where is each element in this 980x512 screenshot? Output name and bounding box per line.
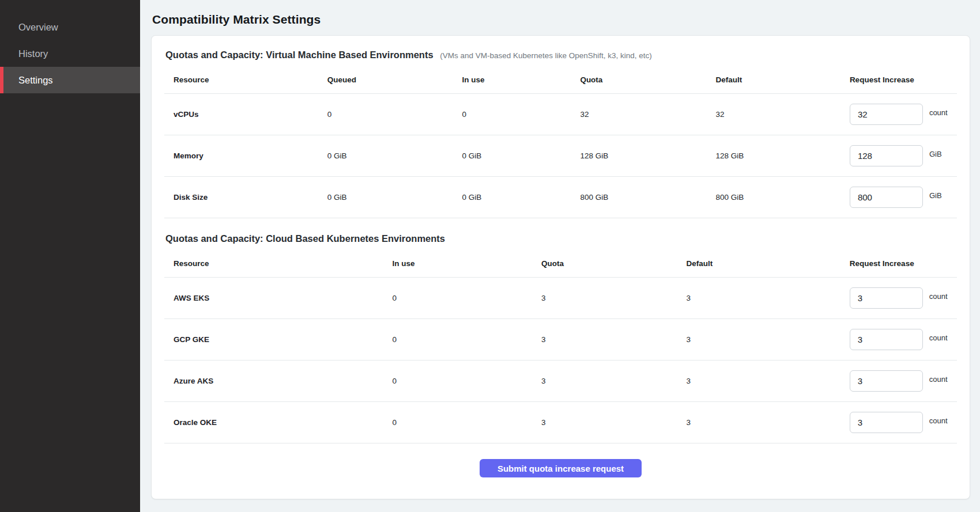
in-use-value: 0 <box>383 402 532 443</box>
quota-value: 3 <box>532 319 677 361</box>
section-cloud-kubernetes: Quotas and Capacity: Cloud Based Kuberne… <box>164 233 957 443</box>
column-header-quota: Quota <box>571 63 706 94</box>
aws-eks-request-input[interactable] <box>850 287 923 309</box>
resource-name: Disk Size <box>164 177 318 218</box>
column-header-in-use: In use <box>453 63 571 94</box>
page-title: Compatibility Matrix Settings <box>152 13 970 26</box>
default-value: 32 <box>707 94 840 135</box>
column-header-resource: Resource <box>164 63 318 94</box>
in-use-value: 0 GiB <box>453 135 571 177</box>
table-row-disk-size: Disk Size 0 GiB 0 GiB 800 GiB 800 GiB Gi… <box>164 177 957 218</box>
table-row-gcp-gke: GCP GKE 0 3 3 count <box>164 319 957 361</box>
sidebar: Overview History Settings <box>0 0 140 512</box>
table-row-azure-aks: Azure AKS 0 3 3 count <box>164 361 957 402</box>
sidebar-item-label: Overview <box>18 22 58 32</box>
quota-value: 3 <box>532 402 677 443</box>
table-row-aws-eks: AWS EKS 0 3 3 count <box>164 278 957 319</box>
resource-name: Memory <box>164 135 318 177</box>
active-indicator <box>0 67 3 93</box>
column-header-queued: Queued <box>318 63 453 94</box>
unit-label: count <box>929 375 948 384</box>
in-use-value: 0 <box>383 361 532 402</box>
column-header-request-increase: Request Increase <box>840 246 957 278</box>
default-value: 3 <box>677 319 840 361</box>
in-use-value: 0 <box>383 278 532 319</box>
sidebar-item-overview[interactable]: Overview <box>0 14 140 40</box>
section-title-text: Quotas and Capacity: Cloud Based Kuberne… <box>165 233 445 244</box>
request-increase-cell: count <box>840 402 957 443</box>
quotas-card: Quotas and Capacity: Virtual Machine Bas… <box>151 35 970 499</box>
unit-label: count <box>929 333 948 342</box>
default-value: 800 GiB <box>707 177 840 218</box>
sidebar-item-history[interactable]: History <box>0 40 140 67</box>
column-header-default: Default <box>677 246 840 278</box>
section-vm-environments: Quotas and Capacity: Virtual Machine Bas… <box>164 50 957 218</box>
request-increase-cell: count <box>840 278 957 319</box>
queued-value: 0 GiB <box>318 135 453 177</box>
request-increase-cell: count <box>840 361 957 402</box>
default-value: 3 <box>677 361 840 402</box>
unit-label: count <box>929 108 948 117</box>
resource-name: Azure AKS <box>164 361 383 402</box>
queued-value: 0 <box>318 94 453 135</box>
default-value: 3 <box>677 402 840 443</box>
unit-label: count <box>929 292 948 301</box>
section-title-text: Quotas and Capacity: Virtual Machine Bas… <box>165 50 434 60</box>
sidebar-item-label: History <box>18 48 48 59</box>
request-increase-cell: count <box>840 94 957 135</box>
resource-name: Oracle OKE <box>164 402 383 443</box>
in-use-value: 0 <box>453 94 571 135</box>
column-header-request-increase: Request Increase <box>840 63 957 94</box>
quota-value: 32 <box>571 94 706 135</box>
in-use-value: 0 <box>383 319 532 361</box>
main-content: Compatibility Matrix Settings Quotas and… <box>140 0 980 499</box>
default-value: 128 GiB <box>707 135 840 177</box>
column-header-resource: Resource <box>164 246 383 278</box>
quota-value: 128 GiB <box>571 135 706 177</box>
section-title: Quotas and Capacity: Virtual Machine Bas… <box>165 50 957 60</box>
column-header-default: Default <box>707 63 840 94</box>
column-header-quota: Quota <box>532 246 677 278</box>
memory-request-input[interactable] <box>850 145 923 166</box>
request-increase-cell: GiB <box>840 177 957 218</box>
azure-aks-request-input[interactable] <box>850 370 923 392</box>
table-row-oracle-oke: Oracle OKE 0 3 3 count <box>164 402 957 443</box>
vcpus-request-input[interactable] <box>850 104 923 125</box>
sidebar-item-label: Settings <box>18 75 53 85</box>
oracle-oke-request-input[interactable] <box>850 412 923 433</box>
queued-value: 0 GiB <box>318 177 453 218</box>
unit-label: GiB <box>929 150 942 158</box>
quota-value: 3 <box>532 361 677 402</box>
in-use-value: 0 GiB <box>453 177 571 218</box>
table-header-row: Resource Queued In use Quota Default Req… <box>164 63 957 94</box>
vm-quota-table: Resource Queued In use Quota Default Req… <box>164 63 957 218</box>
unit-label: count <box>929 416 948 425</box>
cloud-quota-table: Resource In use Quota Default Request In… <box>164 246 957 443</box>
disk-size-request-input[interactable] <box>850 187 923 208</box>
section-subtitle: (VMs and VM-based Kubernetes like OpenSh… <box>440 51 652 60</box>
quota-value: 3 <box>532 278 677 319</box>
section-title: Quotas and Capacity: Cloud Based Kuberne… <box>165 233 957 244</box>
resource-name: AWS EKS <box>164 278 383 319</box>
table-row-memory: Memory 0 GiB 0 GiB 128 GiB 128 GiB GiB <box>164 135 957 177</box>
submit-quota-increase-button[interactable]: Submit quota increase request <box>480 459 642 477</box>
table-row-vcpus: vCPUs 0 0 32 32 count <box>164 94 957 135</box>
card-footer: Submit quota increase request <box>164 443 957 484</box>
gcp-gke-request-input[interactable] <box>850 329 923 350</box>
quota-value: 800 GiB <box>571 177 706 218</box>
default-value: 3 <box>677 278 840 319</box>
sidebar-item-settings[interactable]: Settings <box>0 67 140 93</box>
unit-label: GiB <box>929 191 942 200</box>
column-header-in-use: In use <box>383 246 532 278</box>
table-header-row: Resource In use Quota Default Request In… <box>164 246 957 278</box>
resource-name: vCPUs <box>164 94 318 135</box>
resource-name: GCP GKE <box>164 319 383 361</box>
request-increase-cell: GiB <box>840 135 957 177</box>
request-increase-cell: count <box>840 319 957 361</box>
